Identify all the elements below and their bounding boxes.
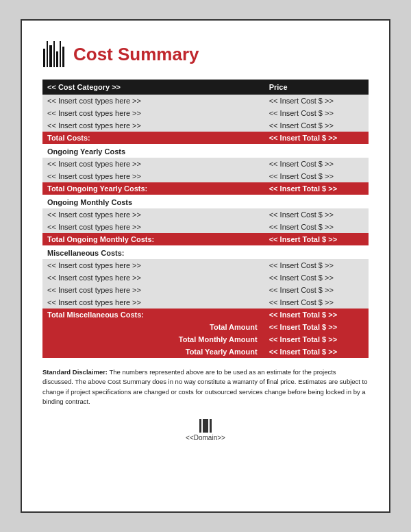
page-footer: <<Domain>> xyxy=(42,419,369,442)
page-title: Cost Summary xyxy=(73,44,199,65)
cost-value-cell: << Insert Cost $ >> xyxy=(264,170,369,182)
cost-value-cell: << Insert Cost $ >> xyxy=(264,259,369,271)
table-row: << Insert cost types here >> << Insert C… xyxy=(42,259,369,271)
table-row: << Insert cost types here >> << Insert C… xyxy=(42,271,369,284)
total-row: Total Costs: << Insert Total $ >> xyxy=(42,132,369,144)
section-label-row: Ongoing Yearly Costs xyxy=(42,144,369,158)
footer-barcode-icon xyxy=(42,419,369,433)
section-label: Ongoing Yearly Costs xyxy=(42,144,369,158)
total-label: Total Costs: xyxy=(42,132,264,144)
table-row: << Insert cost types here >> << Insert C… xyxy=(42,208,369,221)
summary-total-value: << Insert Total $ >> xyxy=(264,346,369,358)
cost-type-cell: << Insert cost types here >> xyxy=(42,119,264,132)
total-value: << Insert Total $ >> xyxy=(264,132,369,144)
footer-domain: <<Domain>> xyxy=(42,434,369,442)
table-row: << Insert cost types here >> << Insert C… xyxy=(42,158,369,170)
col-category-header: << Cost Category >> xyxy=(42,80,264,95)
cost-type-cell: << Insert cost types here >> xyxy=(42,107,264,119)
summary-total-value: << Insert Total $ >> xyxy=(264,321,369,333)
section-label-row: Miscellaneous Costs: xyxy=(42,245,369,259)
total-label: Total Ongoing Yearly Costs: xyxy=(42,182,264,195)
cost-type-cell: << Insert cost types here >> xyxy=(42,208,264,221)
barcode-icon xyxy=(42,41,65,67)
cost-value-cell: << Insert Cost $ >> xyxy=(264,221,369,233)
cost-table: << Cost Category >> Price << Insert cost… xyxy=(42,80,369,358)
total-label: Total Ongoing Monthly Costs: xyxy=(42,233,264,245)
table-row: << Insert cost types here >> << Insert C… xyxy=(42,119,369,132)
summary-total-label: Total Yearly Amount xyxy=(42,346,264,358)
cost-type-cell: << Insert cost types here >> xyxy=(42,296,264,309)
total-label: Total Miscellaneous Costs: xyxy=(42,309,264,321)
total-value: << Insert Total $ >> xyxy=(264,309,369,321)
table-row: << Insert cost types here >> << Insert C… xyxy=(42,221,369,233)
cost-type-cell: << Insert cost types here >> xyxy=(42,158,264,170)
total-row: Total Ongoing Monthly Costs: << Insert T… xyxy=(42,233,369,245)
section-label: Ongoing Monthly Costs xyxy=(42,195,369,208)
cost-value-cell: << Insert Cost $ >> xyxy=(264,95,369,107)
table-row: << Insert cost types here >> << Insert C… xyxy=(42,95,369,107)
table-row: << Insert cost types here >> << Insert C… xyxy=(42,107,369,119)
summary-total-row: Total Amount << Insert Total $ >> xyxy=(42,321,369,333)
total-value: << Insert Total $ >> xyxy=(264,233,369,245)
page-header: Cost Summary xyxy=(42,41,369,67)
summary-total-value: << Insert Total $ >> xyxy=(264,333,369,346)
table-row: << Insert cost types here >> << Insert C… xyxy=(42,170,369,182)
cost-value-cell: << Insert Cost $ >> xyxy=(264,296,369,309)
cost-value-cell: << Insert Cost $ >> xyxy=(264,284,369,296)
total-value: << Insert Total $ >> xyxy=(264,182,369,195)
table-row: << Insert cost types here >> << Insert C… xyxy=(42,284,369,296)
cost-value-cell: << Insert Cost $ >> xyxy=(264,271,369,284)
cost-value-cell: << Insert Cost $ >> xyxy=(264,158,369,170)
col-price-header: Price xyxy=(264,80,369,95)
summary-total-label: Total Monthly Amount xyxy=(42,333,264,346)
cost-type-cell: << Insert cost types here >> xyxy=(42,95,264,107)
disclaimer: Standard Disclaimer: The numbers represe… xyxy=(42,367,369,407)
table-row: << Insert cost types here >> << Insert C… xyxy=(42,296,369,309)
cost-value-cell: << Insert Cost $ >> xyxy=(264,119,369,132)
total-row: Total Ongoing Yearly Costs: << Insert To… xyxy=(42,182,369,195)
page: Cost Summary << Cost Category >> Price <… xyxy=(21,19,390,513)
cost-type-cell: << Insert cost types here >> xyxy=(42,170,264,182)
section-label-row: Ongoing Monthly Costs xyxy=(42,195,369,208)
summary-total-row: Total Monthly Amount << Insert Total $ >… xyxy=(42,333,369,346)
disclaimer-bold: Standard Disclaimer: xyxy=(42,368,108,376)
cost-type-cell: << Insert cost types here >> xyxy=(42,221,264,233)
cost-type-cell: << Insert cost types here >> xyxy=(42,284,264,296)
table-header-row: << Cost Category >> Price xyxy=(42,80,369,95)
cost-value-cell: << Insert Cost $ >> xyxy=(264,208,369,221)
section-label: Miscellaneous Costs: xyxy=(42,245,369,259)
summary-total-row: Total Yearly Amount << Insert Total $ >> xyxy=(42,346,369,358)
cost-type-cell: << Insert cost types here >> xyxy=(42,259,264,271)
total-row: Total Miscellaneous Costs: << Insert Tot… xyxy=(42,309,369,321)
cost-value-cell: << Insert Cost $ >> xyxy=(264,107,369,119)
cost-type-cell: << Insert cost types here >> xyxy=(42,271,264,284)
summary-total-label: Total Amount xyxy=(42,321,264,333)
